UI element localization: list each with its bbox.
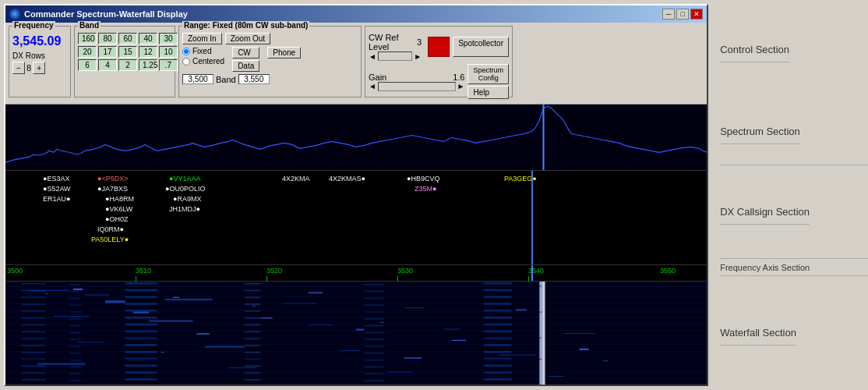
svg-rect-16	[165, 299, 213, 300]
left-arrow[interactable]: ◄	[369, 52, 376, 61]
callsign-Z35M[interactable]: Z35M●	[415, 185, 436, 193]
callsign-JH1MDJ[interactable]: JH1MDJ●	[169, 205, 200, 213]
spectrum-section[interactable]	[5, 105, 707, 171]
dx-rows-control: − 8 +	[12, 62, 67, 74]
band-label: Band	[78, 21, 101, 30]
zoom-out-button[interactable]: Zoom Out	[225, 33, 270, 44]
control-section-label: Control Section	[720, 37, 789, 62]
svg-rect-47	[516, 309, 527, 310]
svg-rect-36	[173, 297, 179, 298]
dx-callsign-section[interactable]: ●ES3AX ●S52AW ER1AU● ●<P5DX> ●JA7BXS ●HA…	[5, 171, 707, 264]
band-40[interactable]: 40	[139, 33, 157, 44]
range-panel: Range: Fixed (80m CW sub-band) Zoom In Z…	[178, 26, 362, 98]
data-button[interactable]: Data	[232, 60, 259, 72]
cw-ref-slider-group: CW Ref Level 3 ◄ ►	[369, 33, 422, 61]
freq-tick-3550: 3550	[660, 267, 676, 275]
waterfall-display	[5, 282, 707, 385]
callsign-4X2KMAS[interactable]: 4X2KMAS●	[329, 175, 365, 183]
svg-rect-35	[73, 289, 83, 290]
svg-rect-19	[5, 312, 707, 313]
band-15[interactable]: 15	[118, 46, 137, 58]
svg-rect-49	[252, 306, 256, 307]
callsign-HB9CVQ[interactable]: ●HB9CVQ	[407, 175, 439, 183]
spectrum-config-button[interactable]: SpectrumConfig	[468, 64, 509, 84]
svg-rect-41	[580, 349, 589, 350]
right-arrow[interactable]: ►	[414, 52, 422, 61]
band-10[interactable]: 10	[159, 46, 178, 58]
main-window: Commander Spectrum-Waterfall Display ─ □…	[4, 4, 708, 386]
gain-left-arrow[interactable]: ◄	[369, 82, 376, 90]
band-30[interactable]: 30	[159, 33, 178, 44]
callsign-ER1AU[interactable]: ER1AU●	[43, 195, 70, 203]
freq-start-input[interactable]	[182, 74, 213, 84]
zoom-controls: Zoom In Zoom Out	[182, 33, 358, 44]
band-17[interactable]: 17	[98, 46, 117, 58]
svg-rect-30	[5, 359, 707, 360]
band-4[interactable]: 4	[98, 59, 117, 71]
svg-rect-43	[105, 300, 125, 303]
band-6[interactable]: 6	[78, 59, 97, 71]
maximize-button[interactable]: □	[676, 9, 689, 20]
waterfall-section[interactable]	[5, 282, 707, 385]
spotcollector-button[interactable]: Spotcollector	[453, 37, 509, 57]
gain-slider[interactable]	[378, 82, 456, 91]
close-button[interactable]: ✕	[690, 9, 703, 20]
callsign-S52AW[interactable]: ●S52AW	[43, 185, 71, 193]
svg-rect-29	[499, 355, 535, 356]
callsign-VK6LW[interactable]: ●VK6LW	[105, 205, 132, 213]
cw-ref-row: CW Ref Level 3 ◄ ► Spotcollector	[369, 33, 509, 61]
frequency-panel: Frequency 3,545.09 DX Rows − 8 +	[9, 26, 71, 98]
callsign-HA8RM[interactable]: ●HA8RM	[105, 195, 134, 203]
range-label: Range: Fixed (80m CW sub-band)	[182, 21, 309, 30]
band-80[interactable]: 80	[98, 33, 117, 44]
callsign-OU0POLIO[interactable]: ●OU0POLIO	[165, 185, 205, 193]
band-12[interactable]: 12	[139, 46, 157, 58]
frequency-value: 3,545.09	[12, 34, 67, 48]
band-160[interactable]: 160	[78, 33, 97, 44]
band-125[interactable]: 1.25	[139, 59, 157, 71]
cw-button[interactable]: CW	[232, 47, 259, 58]
svg-rect-18	[404, 307, 424, 308]
svg-rect-39	[356, 329, 364, 331]
fixed-radio[interactable]: Fixed	[182, 47, 224, 55]
band-07[interactable]: .7	[159, 59, 178, 71]
band-2[interactable]: 2	[118, 59, 137, 71]
waterfall-section-label: Waterfall Section	[720, 321, 796, 346]
band-middle-label: Band	[216, 75, 236, 84]
svg-rect-22	[309, 324, 333, 325]
waterfall-label-wrapper: Waterfall Section	[720, 276, 868, 390]
svg-rect-24	[563, 333, 595, 334]
freq-axis-label-wrapper: Frequency Axis Section	[720, 259, 868, 276]
centered-radio[interactable]: Centered	[182, 57, 224, 66]
cw-ref-slider[interactable]	[378, 51, 412, 61]
callsign-OH0Z[interactable]: ●OH0Z	[105, 215, 128, 223]
gain-right-arrow[interactable]: ►	[457, 82, 465, 90]
cw-ref-label: CW Ref Level	[369, 33, 417, 51]
minimize-button[interactable]: ─	[662, 9, 675, 20]
band-20[interactable]: 20	[78, 46, 97, 58]
cw-ref-header: CW Ref Level 3	[369, 33, 422, 51]
callsign-PA50LELY[interactable]: PA50LELY●	[91, 236, 129, 243]
zoom-in-button[interactable]: Zoom In	[182, 33, 222, 44]
svg-rect-23	[444, 329, 460, 330]
cw-ref-panel: CW Ref Level 3 ◄ ► Spotcollector	[365, 26, 513, 98]
gain-slider-group: Gain 1.6 ◄ ►	[369, 73, 464, 91]
band-60[interactable]: 60	[118, 33, 137, 44]
band-row-3: 6 4 2 1.25 .7	[78, 59, 171, 71]
frequency-axis-section-label: Frequency Axis Section	[720, 263, 810, 272]
callsign-ES3AX[interactable]: ●ES3AX	[43, 175, 69, 183]
callsign-JA7BXS[interactable]: ●JA7BXS	[97, 185, 128, 193]
freq-end-input[interactable]	[238, 74, 270, 84]
callsign-P5DX[interactable]: ●<P5DX>	[97, 175, 128, 183]
callsign-VY1AAA[interactable]: ●VY1AAA	[169, 175, 200, 183]
dx-rows-minus[interactable]: −	[12, 62, 25, 74]
callsign-IQ0RM[interactable]: IQ0RM●	[97, 225, 124, 233]
callsign-RA9MX[interactable]: ●RA9MX	[173, 195, 201, 203]
phone-button[interactable]: Phone	[267, 47, 301, 58]
spectrum-section-label: Spectrum Section	[720, 119, 800, 144]
callsign-4X2KMA[interactable]: 4X2KMA	[282, 175, 310, 183]
dx-rows-label: DX Rows	[12, 51, 67, 60]
dx-rows-plus[interactable]: +	[33, 62, 45, 74]
svg-rect-26	[77, 342, 105, 342]
help-button[interactable]: Help	[468, 86, 509, 99]
